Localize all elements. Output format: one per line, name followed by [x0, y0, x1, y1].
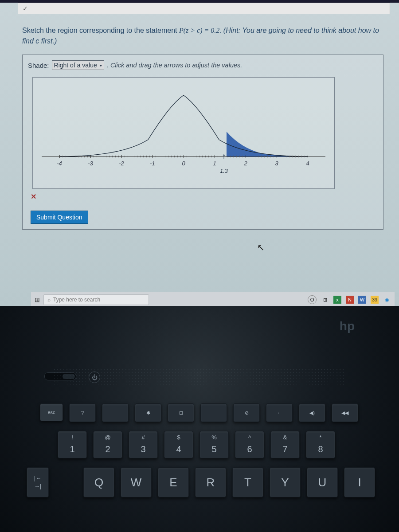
submit-button[interactable]: Submit Question: [31, 211, 88, 224]
key-f4[interactable]: ⊡: [168, 403, 194, 422]
key-f6[interactable]: ⊘: [233, 403, 260, 422]
excel-icon[interactable]: x: [333, 296, 341, 304]
chevron-down-icon: ▾: [100, 63, 102, 68]
key-f8[interactable]: ◀︎): [299, 403, 325, 422]
word-icon[interactable]: W: [358, 296, 366, 304]
key-e[interactable]: E: [158, 467, 189, 497]
check-icon: ✓: [23, 5, 28, 12]
dropdown-bar[interactable]: ✓: [18, 3, 390, 14]
key-8[interactable]: *8: [306, 431, 335, 458]
key-tab[interactable]: |←→|: [27, 467, 49, 497]
shade-select[interactable]: Right of a value ▾: [52, 60, 104, 70]
key-f9[interactable]: ◀◀: [332, 403, 358, 422]
key-w[interactable]: W: [121, 467, 152, 497]
normal-distribution-chart[interactable]: -4 -3 -2 -1 0 1 2 3 4 /* rendered static…: [32, 77, 335, 189]
hp-logo: hp: [340, 319, 355, 333]
browser-icon[interactable]: ◉: [383, 296, 391, 304]
key-6[interactable]: ^6: [235, 431, 264, 458]
key-u[interactable]: U: [307, 467, 338, 497]
value-arrow-label: 1.3: [220, 168, 227, 174]
key-f2[interactable]: [102, 403, 129, 422]
key-y[interactable]: Y: [270, 467, 301, 497]
key-4[interactable]: $4: [164, 431, 193, 458]
key-1[interactable]: !1: [58, 431, 87, 458]
key-f3[interactable]: ✱: [135, 403, 161, 422]
key-7[interactable]: &7: [270, 431, 300, 458]
search-icon: ⌕: [47, 297, 51, 303]
laptop-chassis: hp ⏻ esc ? ✱ ⊡ ⊘ ← ◀︎) ◀◀ !1 @2 #3 $4 %5…: [0, 306, 399, 532]
key-q[interactable]: Q: [83, 467, 114, 497]
cursor-icon: ↖: [257, 242, 265, 253]
start-icon[interactable]: ⊞: [35, 296, 40, 303]
windows-taskbar[interactable]: ⊞ ⌕ Type here to search O ⊞ x N W 39 ◉: [31, 292, 395, 307]
key-2[interactable]: @2: [93, 431, 122, 458]
weather-icon[interactable]: 39: [371, 296, 379, 304]
key-r[interactable]: R: [195, 467, 226, 497]
key-f1[interactable]: ?: [69, 403, 96, 422]
key-esc[interactable]: esc: [40, 403, 63, 421]
system-tray[interactable]: O ⊞ x N W 39 ◉: [308, 295, 391, 304]
key-5[interactable]: %5: [200, 431, 229, 458]
app-icon-n[interactable]: N: [346, 296, 354, 304]
key-t[interactable]: T: [232, 467, 263, 497]
speaker-grille: [53, 368, 346, 386]
circle-icon[interactable]: O: [308, 295, 317, 304]
physical-keyboard: esc ? ✱ ⊡ ⊘ ← ◀︎) ◀◀ !1 @2 #3 $4 %5 ^6 &…: [27, 403, 399, 506]
chart-svg: [33, 78, 334, 188]
key-f7[interactable]: ←: [266, 403, 293, 422]
task-view-icon[interactable]: ⊞: [321, 296, 329, 304]
key-i[interactable]: I: [344, 467, 375, 497]
shade-label: Shade:: [28, 62, 49, 69]
drag-instructions: . Click and drag the arrows to adjust th…: [107, 62, 242, 69]
taskbar-search[interactable]: ⌕ Type here to search: [43, 294, 149, 305]
key-f5[interactable]: [200, 403, 227, 422]
incorrect-icon: ✕: [31, 192, 378, 201]
question-prompt: Sketch the region corresponding to the s…: [22, 25, 383, 47]
question-panel: Shade: Right of a value ▾ . Click and dr…: [22, 55, 383, 230]
key-3[interactable]: #3: [129, 431, 158, 458]
